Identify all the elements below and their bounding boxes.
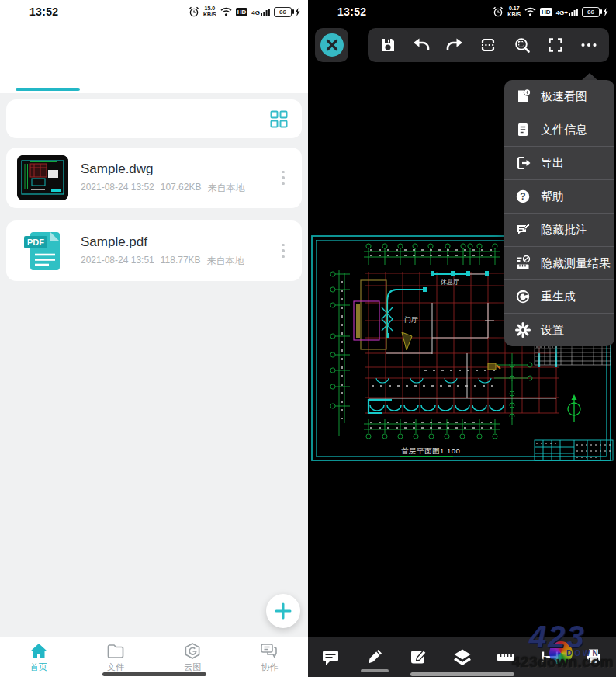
file-menu-button[interactable]: [275, 165, 291, 191]
right-screen: 休息厅 门厅 首层平面图1:100 13:52 0.17KB/S HD 4G+ …: [308, 0, 616, 677]
pdf-file-icon: PDF: [17, 228, 68, 273]
home-icon: [29, 642, 48, 660]
bottom-nav: 首页 文件 云图 协作: [0, 637, 308, 677]
menu-item-export[interactable]: 导出: [504, 146, 614, 179]
edit-icon: [408, 647, 428, 667]
active-tool-indicator: [361, 669, 389, 672]
menu-item-settings[interactable]: 设置: [504, 313, 614, 346]
room-label-hall: 门厅: [404, 316, 418, 324]
redo-icon: [445, 36, 464, 54]
watermark-number: 423: [529, 621, 586, 652]
export-icon: [514, 154, 531, 172]
hd-badge: HD: [540, 8, 552, 16]
fullscreen-button[interactable]: [542, 31, 569, 59]
menu-item-regenerate[interactable]: 重生成: [504, 279, 614, 313]
wifi-icon: [220, 7, 232, 16]
alarm-icon: [189, 6, 199, 17]
save-icon: [379, 36, 396, 54]
watermark: 423 DOWN 423down.com: [510, 624, 616, 675]
more-button[interactable]: [576, 31, 602, 59]
nav-files[interactable]: 文件: [77, 637, 154, 677]
chat-bubbles-icon: [260, 642, 279, 660]
watermark-site: 423down.com: [512, 654, 614, 671]
wifi-icon: [524, 7, 536, 16]
cloud-logo-icon: [183, 642, 202, 660]
nav-home[interactable]: 首页: [0, 637, 77, 677]
undo-icon: [412, 36, 431, 54]
battery-indicator: 66: [274, 7, 300, 17]
left-status-bar: 13:52 15.0KB/S HD 4G 66: [0, 0, 308, 23]
help-icon: ?: [514, 188, 531, 205]
menu-item-hide-annotations[interactable]: 隐藏批注: [504, 213, 614, 246]
dwg-thumbnail: [17, 155, 68, 200]
more-icon: [580, 36, 598, 54]
file-info: Sample.dwg 2021-08-24 13:52107.62KB来自本地: [68, 161, 275, 195]
comment-tool-button[interactable]: [314, 640, 347, 674]
network-speed: 15.0KB/S: [203, 5, 216, 17]
plus-icon: [275, 602, 292, 620]
room-label-lounge: 休息厅: [441, 279, 459, 286]
drawing-toolbar: [368, 28, 609, 62]
regenerate-icon: [514, 288, 531, 305]
zoom-select-icon: [514, 36, 531, 54]
cell-signal: 4G: [251, 8, 270, 16]
file-info-icon: [514, 121, 531, 138]
menu-item-hide-measurements[interactable]: 隐藏测量结果: [504, 246, 614, 279]
gesture-pill: [102, 672, 206, 676]
charging-bolt-icon: [603, 8, 608, 16]
file-name: Sample.dwg: [81, 161, 275, 177]
hide-annotation-icon: [514, 221, 531, 238]
fast-view-icon: [514, 88, 531, 105]
alarm-icon: [493, 6, 504, 17]
settings-icon: [514, 321, 531, 338]
file-menu-button[interactable]: [275, 238, 291, 264]
menu-item-file-info[interactable]: 文件信息: [504, 113, 614, 146]
tan-strip: [356, 304, 360, 338]
layers-button[interactable]: [446, 640, 479, 674]
hd-badge: HD: [236, 8, 248, 16]
file-meta: 2021-08-24 13:52107.62KB来自本地: [81, 182, 275, 195]
battery-indicator: 66: [582, 7, 608, 17]
pencil-icon: [365, 647, 385, 667]
pdf-badge-label: PDF: [27, 238, 44, 247]
file-row-pdf[interactable]: PDF Sample.pdf 2021-08-24 13:51118.77KB来…: [6, 220, 302, 281]
save-button[interactable]: [375, 31, 401, 59]
nav-cloud-drawings[interactable]: 云图: [154, 637, 231, 677]
file-info: Sample.pdf 2021-08-24 13:51118.77KB来自本地: [68, 234, 275, 268]
layers-icon: [452, 647, 472, 667]
add-file-button[interactable]: [266, 594, 300, 628]
layout-section-icon: [479, 36, 497, 54]
gesture-pill: [410, 672, 514, 676]
file-name: Sample.pdf: [81, 234, 275, 250]
pencil-tool-button[interactable]: [358, 640, 391, 674]
nav-collaboration[interactable]: 协作: [231, 637, 308, 677]
zoom-select-button[interactable]: [509, 31, 535, 59]
hide-measure-icon: [514, 255, 531, 272]
layout-section-button[interactable]: [475, 31, 501, 59]
fullscreen-icon: [547, 36, 564, 54]
svg-text:?: ?: [520, 191, 525, 202]
undo-button[interactable]: [408, 31, 434, 59]
clock: 13:52: [337, 5, 366, 18]
plan-caption: 首层平面图1:100: [401, 446, 460, 455]
stair-widget: [488, 363, 496, 370]
network-speed: 0.17KB/S: [507, 5, 521, 17]
more-menu: 极速看图 文件信息 导出 ? 帮助 隐藏批注 隐藏测量结果 重生成 设置: [504, 80, 614, 346]
grid-view-icon[interactable]: [270, 110, 288, 128]
left-screen: 13:52 15.0KB/S HD 4G 66 浩辰CAD看图王: [0, 0, 308, 677]
edit-tool-button[interactable]: [402, 640, 434, 674]
active-tab-underline: [16, 88, 80, 91]
comment-icon: [320, 647, 341, 667]
redo-button[interactable]: [441, 31, 468, 59]
close-drawing-button[interactable]: [315, 28, 348, 62]
menu-item-fast-view[interactable]: 极速看图: [504, 80, 614, 113]
charging-bolt-icon: [295, 8, 300, 16]
list-header-card[interactable]: [6, 99, 302, 138]
folder-icon: [106, 642, 125, 660]
close-icon: [320, 33, 344, 57]
menu-item-help[interactable]: ? 帮助: [504, 179, 614, 213]
file-row-dwg[interactable]: Sample.dwg 2021-08-24 13:52107.62KB来自本地: [6, 148, 302, 208]
right-status-bar: 13:52 0.17KB/S HD 4G+ 66: [308, 0, 616, 23]
cell-signal: 4G+: [556, 8, 578, 16]
file-meta: 2021-08-24 13:51118.77KB来自本地: [81, 255, 275, 268]
